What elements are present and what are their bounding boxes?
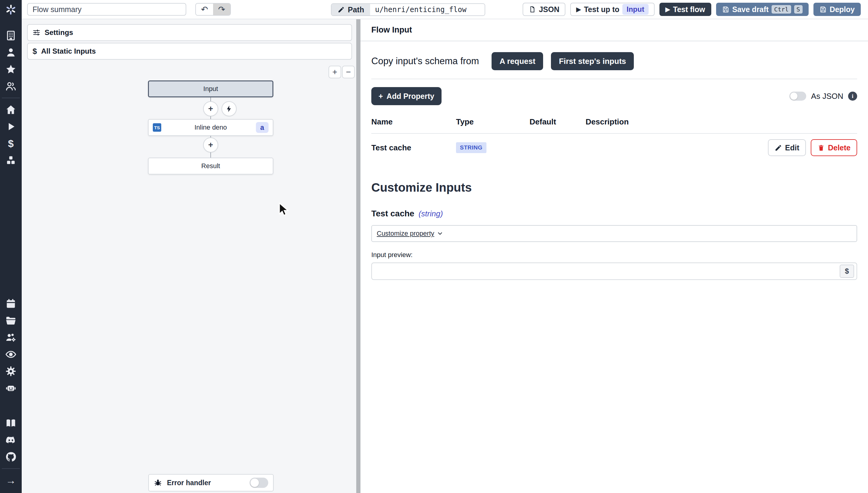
property-name: Test cache (371, 143, 456, 152)
windmill-logo-icon (5, 4, 17, 16)
add-property-label: Add Property (387, 92, 434, 101)
typescript-badge: TS (153, 123, 161, 132)
json-button[interactable]: JSON (523, 3, 565, 16)
flow-graph-panel: Settings $ All Static Inputs + − Input +… (22, 19, 356, 493)
edit-label: Edit (785, 144, 799, 152)
test-flow-button[interactable]: ▶ Test flow (659, 3, 711, 16)
plus-icon: + (208, 104, 213, 114)
flow-input-panel: Flow Input Copy input's schema from A re… (361, 19, 868, 493)
flow-node-result[interactable]: Result (148, 157, 273, 174)
info-icon[interactable]: i (848, 92, 857, 101)
settings-gear-icon[interactable] (0, 363, 22, 380)
field-name: Test cache (371, 209, 414, 218)
minus-icon: − (346, 67, 351, 77)
flow-editor-app: $ (0, 0, 868, 493)
save-draft-button[interactable]: Save draft Ctrl S (716, 3, 809, 16)
error-handler-toggle[interactable] (249, 478, 268, 488)
flow-summary-input[interactable] (27, 3, 186, 16)
toggle-knob (251, 478, 259, 487)
test-flow-label: Test flow (673, 5, 705, 14)
github-icon[interactable] (0, 448, 22, 465)
input-preview-label: Input preview: (371, 251, 857, 259)
dollar-insert-button[interactable]: $ (840, 264, 854, 278)
mouse-cursor (279, 202, 290, 219)
save-icon (722, 6, 729, 13)
as-json-toggle[interactable] (789, 92, 806, 101)
path-label-text: Path (348, 5, 364, 14)
customize-inputs-title: Customize Inputs (371, 181, 857, 194)
test-up-to-label: Test up to (584, 5, 620, 14)
groups-icon[interactable] (0, 78, 22, 94)
topbar-actions: JSON ▶ Test up to Input ▶ Test flow Save… (523, 3, 868, 16)
redo-icon: ↷ (218, 4, 225, 15)
variables-dollar-icon[interactable]: $ (0, 135, 22, 152)
error-handler-row[interactable]: Error handler (148, 474, 274, 492)
star-favorites-icon[interactable] (0, 61, 22, 78)
pencil-icon (338, 6, 345, 13)
as-json-label: As JSON (811, 92, 843, 101)
runs-play-icon[interactable] (0, 118, 22, 135)
plus-icon: + (378, 92, 383, 101)
audit-eye-icon[interactable] (0, 346, 22, 363)
add-step-button[interactable]: + (203, 137, 218, 152)
add-step-button[interactable]: + (203, 101, 218, 116)
copy-from-request-button[interactable]: A request (492, 52, 543, 70)
home-icon[interactable] (0, 101, 22, 118)
info-glyph: i (852, 93, 853, 100)
as-json-control: As JSON i (789, 92, 857, 101)
bug-icon (154, 478, 162, 487)
input-preview-field[interactable] (377, 267, 840, 276)
customize-property-toggle[interactable]: Customize property (377, 230, 443, 237)
bolt-icon (225, 105, 233, 113)
docs-book-icon[interactable] (0, 415, 22, 431)
panel-resize-handle[interactable] (356, 19, 361, 493)
add-property-row: + Add Property As JSON i (371, 87, 857, 105)
add-property-button[interactable]: + Add Property (371, 87, 441, 105)
flow-node-input[interactable]: Input (148, 81, 273, 97)
all-static-inputs-row[interactable]: $ All Static Inputs (27, 43, 352, 60)
panel-title: Flow Input (361, 19, 868, 41)
ai-robot-icon[interactable] (0, 380, 22, 396)
table-row: Test cache STRING Edit (371, 134, 857, 162)
topbar: ↶ ↷ Path JSON ▶ Test up to Input (22, 0, 868, 19)
zoom-in-button[interactable]: + (328, 66, 341, 78)
col-header-default: Default (529, 117, 586, 127)
user-icon[interactable] (0, 44, 22, 61)
kbd-ctrl: Ctrl (772, 5, 791, 14)
copy-from-first-step-button[interactable]: First step's inputs (551, 52, 634, 70)
sliders-icon (32, 29, 40, 37)
path-label[interactable]: Path (331, 4, 370, 15)
redo-button[interactable]: ↷ (213, 4, 230, 15)
plus-icon: + (208, 140, 213, 150)
flow-node-input-label: Input (203, 85, 218, 93)
delete-property-button[interactable]: Delete (811, 139, 857, 156)
add-trigger-button[interactable] (221, 101, 237, 116)
flow-settings-row[interactable]: Settings (27, 24, 352, 41)
discord-icon[interactable] (0, 431, 22, 448)
windmill-logo[interactable] (0, 0, 22, 19)
save-icon (820, 6, 827, 13)
json-button-label: JSON (539, 5, 559, 14)
plus-icon: + (332, 67, 337, 77)
delete-label: Delete (828, 144, 850, 152)
test-up-to-button[interactable]: ▶ Test up to Input (570, 3, 655, 16)
flow-node-step[interactable]: TS Inline deno a (148, 119, 273, 136)
schedules-calendar-icon[interactable] (0, 295, 22, 312)
edit-property-button[interactable]: Edit (768, 139, 806, 156)
dollar-icon: $ (32, 47, 37, 56)
undo-redo-group: ↶ ↷ (195, 3, 231, 16)
panel-title-text: Flow Input (371, 25, 412, 35)
rail-divider (2, 98, 20, 98)
workspace-building-icon[interactable] (0, 27, 22, 44)
path-input[interactable] (370, 4, 485, 15)
chevron-down-icon (437, 230, 443, 237)
resources-cubes-icon[interactable] (0, 152, 22, 169)
path-group: Path (331, 3, 485, 16)
workers-group-icon[interactable] (0, 329, 22, 346)
undo-button[interactable]: ↶ (196, 4, 213, 15)
deploy-button[interactable]: Deploy (813, 3, 861, 16)
folders-icon[interactable] (0, 312, 22, 329)
step-id-badge: a (256, 122, 268, 133)
zoom-out-button[interactable]: − (342, 66, 355, 78)
collapse-arrow-icon[interactable]: → (0, 472, 22, 489)
